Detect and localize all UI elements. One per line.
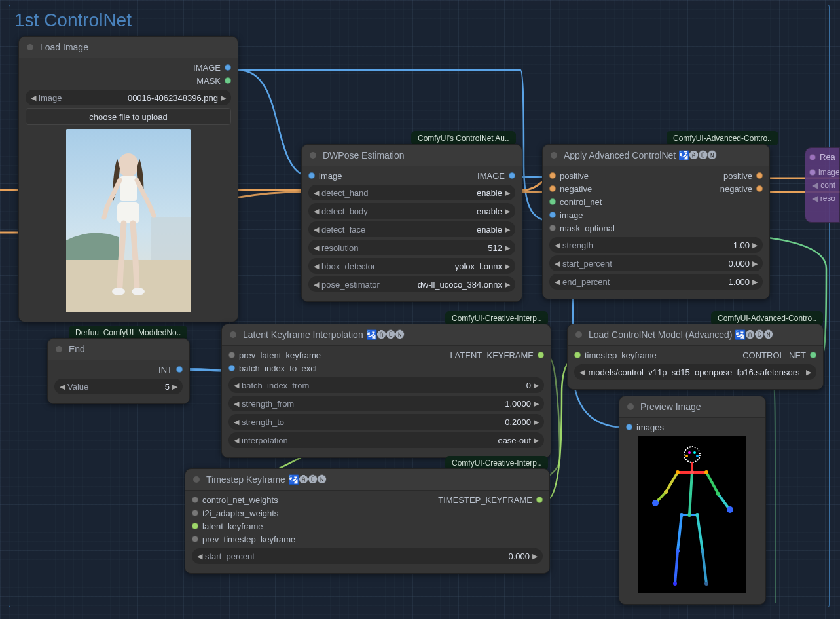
widget-end-percent[interactable]: ◀end_percent1.000▶ — [549, 274, 763, 290]
widget-detect-face[interactable]: ◀detect_faceenable▶ — [308, 221, 515, 237]
node-dwpose-estimation[interactable]: DWPose Estimation image IMAGE ◀detect_ha… — [301, 144, 522, 302]
collapse-dot-icon[interactable] — [809, 154, 816, 160]
port-input-mask[interactable] — [549, 225, 556, 231]
widget-start-percent[interactable]: ◀start_percent0.000▶ — [192, 548, 543, 564]
widget-batch-index-from[interactable]: ◀batch_index_from0▶ — [228, 377, 544, 393]
arrow-right-icon[interactable]: ▶ — [505, 262, 510, 271]
node-graph-canvas[interactable]: 1st ControlNet Load Image — [0, 0, 840, 619]
port-output-control-net[interactable] — [810, 352, 816, 358]
node-clipped-right[interactable]: Rea image ◀cont ◀reso — [805, 147, 840, 223]
port-input-prev-latent-keyframe[interactable] — [228, 352, 235, 358]
arrow-right-icon[interactable]: ▶ — [534, 381, 539, 390]
widget-pose-estimator[interactable]: ◀pose_estimatordw-ll_ucoco_384.onnx▶ — [308, 276, 515, 292]
port-input-images[interactable] — [626, 424, 632, 430]
arrow-left-icon[interactable]: ◀ — [314, 189, 319, 197]
port-output-latent-keyframe[interactable] — [538, 352, 544, 358]
arrow-left-icon[interactable]: ◀ — [60, 383, 65, 391]
port-input-negative[interactable] — [549, 185, 556, 192]
port-input-prev-timestep-keyframe[interactable] — [192, 536, 198, 542]
arrow-right-icon[interactable]: ▶ — [806, 368, 811, 377]
collapse-dot-icon[interactable] — [575, 331, 582, 338]
collapse-dot-icon[interactable] — [193, 476, 200, 483]
node-apply-advanced-controlnet[interactable]: Apply Advanced ControlNet 🛂🅐🅒🅝 positive … — [542, 144, 770, 299]
port-output-timestep-keyframe[interactable] — [536, 497, 543, 503]
arrow-right-icon[interactable]: ▶ — [534, 436, 539, 445]
arrow-right-icon[interactable]: ▶ — [221, 94, 226, 102]
arrow-right-icon[interactable]: ▶ — [172, 383, 177, 391]
node-end-int[interactable]: End INT ◀Value5▶ — [47, 338, 190, 404]
arrow-right-icon[interactable]: ▶ — [534, 418, 539, 426]
port-output-image[interactable] — [509, 172, 515, 179]
node-timestep-keyframe[interactable]: Timestep Keyframe 🛂🅐🅒🅝 control_net_weigh… — [185, 468, 550, 574]
arrow-right-icon[interactable]: ▶ — [505, 244, 510, 252]
node-header[interactable]: DWPose Estimation — [302, 145, 522, 166]
arrow-left-icon[interactable]: ◀ — [579, 368, 585, 377]
node-header[interactable]: Timestep Keyframe 🛂🅐🅒🅝 — [185, 469, 549, 491]
port-input-controlnet[interactable] — [549, 198, 556, 205]
arrow-right-icon[interactable]: ▶ — [505, 207, 510, 216]
arrow-right-icon[interactable]: ▶ — [505, 189, 510, 197]
port-output-mask[interactable] — [225, 77, 231, 84]
arrow-left-icon[interactable]: ◀ — [314, 280, 319, 289]
widget-detect-hand[interactable]: ◀detect_handenable▶ — [308, 185, 515, 200]
arrow-left-icon[interactable]: ◀ — [555, 259, 560, 268]
port-output-int[interactable] — [176, 366, 183, 373]
port-output-image[interactable] — [225, 64, 231, 71]
widget-strength[interactable]: ◀strength1.00▶ — [549, 237, 763, 253]
arrow-left-icon[interactable]: ◀ — [314, 207, 319, 216]
port-output-negative[interactable] — [756, 185, 763, 192]
widget-interpolation[interactable]: ◀interpolationease-out▶ — [228, 432, 544, 448]
arrow-right-icon[interactable]: ▶ — [752, 259, 758, 268]
widget-resolution[interactable]: ◀resolution512▶ — [308, 240, 515, 255]
port-input-timestep-keyframe[interactable] — [574, 352, 581, 358]
node-preview-image[interactable]: Preview Image images — [619, 396, 766, 605]
port-input-positive[interactable] — [549, 172, 556, 179]
arrow-left-icon[interactable]: ◀ — [555, 278, 560, 286]
arrow-left-icon[interactable]: ◀ — [234, 381, 239, 390]
arrow-left-icon[interactable]: ◀ — [31, 94, 36, 102]
arrow-right-icon[interactable]: ▶ — [505, 225, 510, 234]
collapse-dot-icon[interactable] — [27, 44, 33, 50]
arrow-left-icon[interactable]: ◀ — [234, 436, 239, 445]
node-header[interactable]: Latent Keyframe Interpolation 🛂🅐🅒🅝 — [222, 324, 551, 346]
arrow-right-icon[interactable]: ▶ — [534, 400, 539, 408]
arrow-right-icon[interactable]: ▶ — [752, 278, 758, 286]
port-input-image[interactable] — [308, 172, 315, 179]
node-header[interactable]: Preview Image — [619, 396, 765, 418]
collapse-dot-icon[interactable] — [551, 152, 557, 159]
arrow-left-icon[interactable]: ◀ — [555, 241, 560, 250]
widget-strength-from[interactable]: ◀strength_from1.0000▶ — [228, 396, 544, 411]
node-load-controlnet-model-advanced[interactable]: Load ControlNet Model (Advanced) 🛂🅐🅒🅝 ti… — [567, 324, 824, 390]
arrow-right-icon[interactable]: ▶ — [532, 552, 538, 561]
arrow-left-icon[interactable]: ◀ — [314, 225, 319, 234]
arrow-right-icon[interactable]: ▶ — [505, 280, 510, 289]
arrow-left-icon[interactable]: ◀ — [197, 552, 202, 561]
node-header[interactable]: Load ControlNet Model (Advanced) 🛂🅐🅒🅝 — [568, 324, 823, 346]
arrow-left-icon[interactable]: ◀ — [234, 400, 239, 408]
widget-bbox-detector[interactable]: ◀bbox_detectoryolox_l.onnx▶ — [308, 258, 515, 274]
widget-start-percent[interactable]: ◀start_percent0.000▶ — [549, 255, 763, 271]
arrow-left-icon[interactable]: ◀ — [314, 262, 319, 271]
collapse-dot-icon[interactable] — [310, 152, 316, 159]
arrow-left-icon[interactable]: ◀ — [234, 418, 239, 426]
widget-detect-body[interactable]: ◀detect_bodyenable▶ — [308, 203, 515, 219]
port-input-t2i-weights[interactable] — [192, 510, 198, 516]
port-input-image[interactable] — [549, 212, 556, 218]
arrow-left-icon[interactable]: ◀ — [314, 244, 319, 252]
widget-strength-to[interactable]: ◀strength_to0.2000▶ — [228, 414, 544, 430]
collapse-dot-icon[interactable] — [627, 403, 634, 410]
port-input-batch-index-excl[interactable] — [228, 365, 235, 371]
node-header[interactable]: Apply Advanced ControlNet 🛂🅐🅒🅝 — [543, 145, 769, 166]
node-latent-keyframe-interpolation[interactable]: Latent Keyframe Interpolation 🛂🅐🅒🅝 prev_… — [221, 324, 551, 458]
collapse-dot-icon[interactable] — [56, 346, 62, 352]
node-header[interactable]: End — [48, 339, 189, 360]
node-load-image[interactable]: Load Image IMAGE MASK ◀ image 00016-4062… — [18, 36, 238, 322]
port-input-cn-weights[interactable] — [192, 497, 198, 503]
port-input-latent-keyframe[interactable] — [192, 523, 198, 529]
arrow-right-icon[interactable]: ▶ — [752, 241, 758, 250]
widget-controlnet-model[interactable]: ◀models/control_v11p_sd15_openpose_fp16.… — [574, 364, 816, 380]
upload-button[interactable]: choose file to upload — [26, 108, 231, 125]
port-input[interactable] — [809, 169, 816, 176]
port-output-positive[interactable] — [756, 172, 763, 179]
widget-image-select[interactable]: ◀ image 00016-4062348396.png ▶ — [26, 90, 231, 105]
